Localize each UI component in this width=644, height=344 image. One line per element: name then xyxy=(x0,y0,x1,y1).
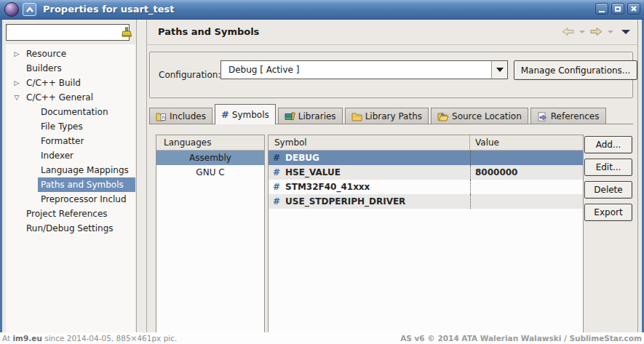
hash-icon: # xyxy=(273,182,280,192)
chevron-down-icon xyxy=(496,68,504,72)
tab-symbols[interactable]: # Symbols xyxy=(215,104,276,124)
tree-item-indexer[interactable]: Indexer xyxy=(38,148,135,163)
tab-libraries[interactable]: Libraries xyxy=(278,108,343,124)
library-paths-folder-icon xyxy=(351,112,362,121)
libraries-books-icon xyxy=(285,112,295,121)
manage-configurations-button[interactable]: Manage Configurations... xyxy=(514,60,637,80)
shade-button[interactable] xyxy=(23,3,36,16)
tree-item-paths-and-symbols[interactable]: Paths and Symbols xyxy=(38,177,135,192)
includes-folder-icon: h xyxy=(156,112,167,121)
add-button[interactable]: Add... xyxy=(584,136,632,153)
forward-menu-icon[interactable] xyxy=(608,31,613,33)
back-icon[interactable] xyxy=(562,27,574,36)
references-arrow-icon xyxy=(537,112,548,121)
tree-scrollbar[interactable] xyxy=(136,20,147,332)
tree-item-documentation[interactable]: Documentation xyxy=(38,105,135,119)
hash-icon: # xyxy=(273,167,280,177)
tree-item-project-references[interactable]: Project References xyxy=(6,207,135,221)
tree-item-formatter[interactable]: Formatter xyxy=(38,134,135,148)
tree-item-preprocessor-include[interactable]: Preprocessor Includ xyxy=(38,192,135,207)
screenshot-root: Properties for usart_test xyxy=(0,0,644,344)
hash-icon: # xyxy=(221,109,229,120)
main-panel: Paths and Symbols C xyxy=(147,20,638,332)
expander-collapsed-icon[interactable]: ▷ xyxy=(10,47,23,61)
tree-item-language-mappings[interactable]: Language Mappings xyxy=(38,163,135,177)
header-nav xyxy=(562,27,630,36)
table-row[interactable]: # DEBUG xyxy=(269,151,583,165)
table-row[interactable]: # HSE_VALUE 8000000 xyxy=(269,165,583,180)
chevron-up-icon xyxy=(25,7,34,13)
minimize-button[interactable] xyxy=(595,3,608,15)
properties-window: Properties for usart_test xyxy=(0,0,644,332)
language-item-assembly[interactable]: Assembly xyxy=(156,151,264,165)
configuration-group: Configuration: Debug [ Active ] Manage C… xyxy=(149,52,633,98)
symbols-tab-content: Languages Assembly GNU C Symbol xyxy=(149,124,633,332)
table-row[interactable]: # STM32F40_41xxx xyxy=(269,180,583,194)
languages-header: Languages xyxy=(156,135,264,151)
languages-list: Languages Assembly GNU C xyxy=(156,135,265,332)
close-icon xyxy=(630,5,637,12)
window-icon xyxy=(4,2,19,17)
titlebar[interactable]: Properties for usart_test xyxy=(0,0,644,20)
site-name[interactable]: im9.eu xyxy=(12,334,41,343)
window-title: Properties for usart_test xyxy=(43,4,175,15)
tree-item-cpp-general[interactable]: ▽ C/C++ General xyxy=(6,90,135,105)
configuration-label: Configuration: xyxy=(159,70,220,80)
watermark-bar: At im9.eu since 2014-04-05, 885×461px pi… xyxy=(0,332,644,344)
tab-source-location[interactable]: Source Location xyxy=(431,108,528,124)
action-buttons: Add... Edit... Delete Export xyxy=(584,136,632,221)
minimize-icon xyxy=(599,11,605,12)
hash-icon: # xyxy=(273,196,280,207)
filter-field xyxy=(6,24,130,41)
tab-includes[interactable]: h Includes xyxy=(149,108,212,124)
symbols-table: Symbol Value # DEBUG xyxy=(268,135,584,332)
configuration-value: Debug [ Active ] xyxy=(228,65,299,75)
combo-dropdown-button[interactable] xyxy=(491,61,507,79)
source-location-folder-icon xyxy=(437,112,449,121)
hash-icon: # xyxy=(273,153,280,163)
tab-references[interactable]: References xyxy=(530,108,606,124)
page-header: Paths and Symbols xyxy=(147,20,637,45)
delete-button[interactable]: Delete xyxy=(584,181,632,199)
expander-expanded-icon[interactable]: ▽ xyxy=(10,90,23,105)
properties-tree: ▷ Resource Builders ▷ C/C++ Build ▽ C/C+… xyxy=(6,44,135,332)
tree-item-run-debug-settings[interactable]: Run/Debug Settings xyxy=(6,221,135,236)
symbols-table-header: Symbol Value xyxy=(269,135,583,151)
symbol-column-header[interactable]: Symbol xyxy=(269,135,470,150)
filter-input[interactable] xyxy=(9,25,121,39)
tree-item-file-types[interactable]: File Types xyxy=(38,119,135,134)
edit-button[interactable]: Edit... xyxy=(584,159,632,176)
page-title: Paths and Symbols xyxy=(158,26,259,37)
svg-text:h: h xyxy=(162,114,165,120)
tab-strip: h Includes # Symbols Lib xyxy=(149,104,633,124)
table-row[interactable]: # USE_STDPERIPH_DRIVER xyxy=(269,194,583,209)
expander-collapsed-icon[interactable]: ▷ xyxy=(10,76,23,90)
language-item-gnu-c[interactable]: GNU C xyxy=(156,165,264,180)
maximize-icon xyxy=(615,7,621,12)
dialog-body: ▷ Resource Builders ▷ C/C++ Build ▽ C/C+… xyxy=(2,20,642,332)
tree-item-resource[interactable]: ▷ Resource xyxy=(6,47,135,61)
filter-broom-icon xyxy=(121,27,132,38)
forward-icon[interactable] xyxy=(590,27,603,36)
close-button[interactable] xyxy=(627,3,640,15)
back-menu-icon[interactable] xyxy=(579,31,585,33)
watermark-left: At im9.eu since 2014-04-05, 885×461px pi… xyxy=(2,334,177,343)
view-menu-icon[interactable] xyxy=(621,30,630,34)
tree-item-builders[interactable]: Builders xyxy=(6,61,135,76)
tree-item-cpp-build[interactable]: ▷ C/C++ Build xyxy=(6,76,135,90)
value-column-header[interactable]: Value xyxy=(470,135,583,150)
configuration-select[interactable]: Debug [ Active ] xyxy=(220,60,508,79)
tab-library-paths[interactable]: Library Paths xyxy=(345,108,429,124)
watermark-right: AS v6 © 2014 ATA Walerian Walawski / Sub… xyxy=(400,334,642,343)
maximize-button[interactable] xyxy=(611,3,624,15)
window-controls xyxy=(595,3,640,15)
export-button[interactable]: Export xyxy=(584,204,632,221)
